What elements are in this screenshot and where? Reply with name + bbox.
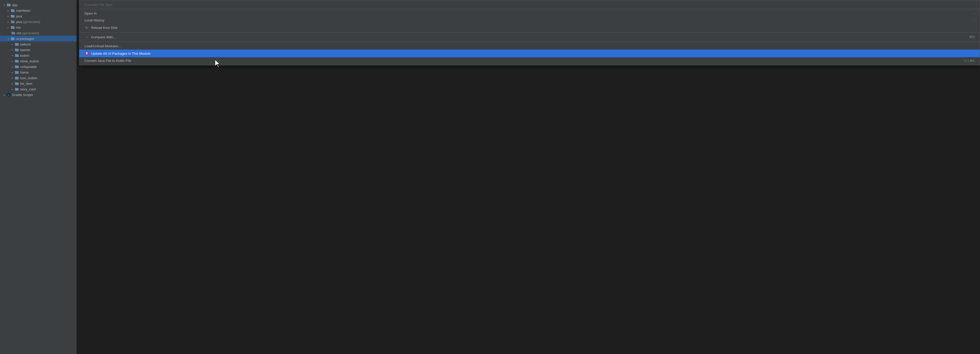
menu-item-reload-from-disk[interactable]: ↻ Reload from Disk	[80, 24, 980, 32]
chevron-story-card	[10, 87, 14, 91]
local-history-submenu-arrow: ›	[974, 19, 975, 22]
menu-item-load-unload-modules[interactable]: Load/Unload Modules...	[80, 43, 980, 49]
context-menu: Override File Type Open In › Local Histo…	[79, 0, 980, 65]
tree-item-manifests-label: manifests	[16, 9, 30, 13]
tree-item-close-button[interactable]: close_button	[0, 58, 76, 64]
chevron-app	[2, 3, 6, 7]
compare-with-shortcut: ⌘D	[969, 35, 975, 39]
tree-item-gradle-scripts-label: Gradle Scripts	[12, 93, 33, 97]
tree-item-java[interactable]: java	[0, 13, 76, 19]
tree-item-close-button-label: close_button	[20, 59, 39, 63]
tree-item-java-generated-label: java (generated)	[16, 20, 40, 24]
tree-item-java-generated[interactable]: g java (generated)	[0, 19, 76, 24]
local-history-label: Local History	[84, 18, 104, 22]
res-generated-suffix: (generated)	[22, 31, 39, 35]
svg-rect-14	[11, 37, 13, 38]
folder-icon-collapsable	[15, 65, 19, 69]
reload-icon: ↻	[84, 25, 89, 30]
tree-item-button-label: button	[20, 54, 29, 57]
folder-icon-balloon	[15, 42, 19, 46]
tree-item-res-generated-label: res (generated)	[17, 31, 39, 35]
svg-text:g: g	[12, 21, 13, 23]
svg-rect-5	[11, 15, 13, 16]
chevron-banner	[10, 48, 14, 52]
folder-icon-banner	[15, 48, 19, 52]
menu-item-convert-java-kotlin[interactable]: Convert Java File to Kotlin File ⌥⇧⌘K	[80, 57, 980, 64]
chevron-ui-packages	[6, 37, 10, 41]
folder-icon-frame	[15, 70, 19, 74]
chevron-manifests	[6, 8, 10, 13]
tree-item-button[interactable]: button	[0, 53, 76, 58]
svg-rect-3	[11, 9, 13, 10]
tree-item-manifests[interactable]: manifests	[0, 8, 76, 13]
reload-from-disk-label: Reload from Disk	[91, 26, 118, 30]
tree-item-frame-label: frame	[20, 70, 29, 74]
tree-item-icon-button[interactable]: icon_button	[0, 75, 76, 81]
tree-item-collapsable[interactable]: collapsable	[0, 64, 76, 70]
svg-rect-20	[15, 54, 17, 55]
chevron-res	[6, 25, 10, 29]
chevron-icon-button	[10, 76, 14, 80]
main-area: Override File Type Open In › Local Histo…	[76, 0, 980, 354]
menu-separator-1	[80, 9, 980, 9]
tree-item-res[interactable]: res	[0, 24, 76, 30]
svg-rect-24	[15, 65, 17, 66]
convert-java-kotlin-shortcut: ⌥⇧⌘K	[963, 59, 975, 62]
tree-item-res-label: res	[16, 26, 21, 29]
folder-icon-manifests	[11, 8, 15, 13]
load-unload-modules-label: Load/Unload Modules...	[84, 44, 121, 48]
tree-item-banner[interactable]: banner	[0, 47, 76, 53]
svg-rect-37	[86, 54, 88, 54]
java-generated-suffix: (generated)	[23, 20, 40, 24]
chevron-button	[10, 53, 14, 57]
svg-text:G: G	[8, 94, 10, 96]
chevron-frame	[10, 70, 14, 74]
tree-item-frame[interactable]: frame	[0, 70, 76, 75]
tree-item-app-label: app	[12, 3, 18, 7]
tree-item-list-item-label: list_item	[20, 82, 32, 86]
override-file-type-label: Override File Type	[84, 3, 113, 6]
folder-icon-list-item	[15, 81, 19, 86]
tree-item-list-item[interactable]: list_item	[0, 81, 76, 86]
tree-item-ui-packages[interactable]: ui-packages	[0, 36, 76, 41]
folder-icon-java	[11, 14, 15, 18]
tree-item-story-card-label: story_card	[20, 87, 36, 91]
update-all-ui-packages-label: Update All UI Packages in This Module	[91, 52, 151, 56]
tree-item-icon-button-label: icon_button	[20, 76, 37, 80]
svg-rect-36	[86, 53, 88, 53]
svg-rect-10	[11, 26, 13, 27]
chevron-close-button	[10, 59, 14, 63]
chevron-balloon	[10, 42, 14, 46]
svg-rect-16	[15, 43, 17, 44]
menu-item-override-file-type[interactable]: Override File Type	[80, 1, 980, 8]
tree-item-app[interactable]: app	[0, 2, 76, 8]
folder-icon-res-generated	[11, 31, 15, 35]
tree-item-story-card[interactable]: story_card	[0, 86, 76, 92]
menu-separator-3	[80, 41, 980, 42]
chevron-java-generated	[6, 20, 10, 24]
folder-icon-app	[6, 3, 11, 7]
folder-icon-close-button	[15, 59, 19, 63]
tree-item-balloon-label: balloon	[20, 42, 31, 46]
svg-rect-26	[15, 71, 17, 72]
menu-item-open-in[interactable]: Open In ›	[80, 10, 980, 17]
convert-java-kotlin-label: Convert Java File to Kotlin File	[84, 59, 131, 62]
svg-rect-12	[11, 32, 13, 32]
open-in-submenu-arrow: ›	[974, 12, 975, 15]
chevron-gradle-scripts	[2, 93, 6, 97]
folder-icon-java-generated: g	[11, 20, 15, 24]
menu-item-local-history[interactable]: Local History ›	[80, 17, 980, 24]
menu-item-update-all-ui-packages[interactable]: Update All UI Packages in This Module	[80, 49, 980, 57]
tree-item-balloon[interactable]: balloon	[0, 41, 76, 47]
tree-item-res-generated[interactable]: res (generated)	[0, 30, 76, 36]
svg-rect-1	[7, 3, 8, 4]
folder-icon-button	[15, 53, 19, 57]
chevron-collapsable	[10, 65, 14, 69]
svg-rect-32	[15, 88, 17, 89]
tree-item-gradle-scripts[interactable]: G Gradle Scripts	[0, 92, 76, 97]
menu-item-compare-with[interactable]: ↔ Compare With... ⌘D	[80, 33, 980, 41]
folder-icon-ui-packages	[11, 37, 15, 41]
svg-rect-28	[15, 77, 17, 77]
svg-rect-22	[15, 60, 17, 61]
open-in-label: Open In	[84, 11, 97, 15]
